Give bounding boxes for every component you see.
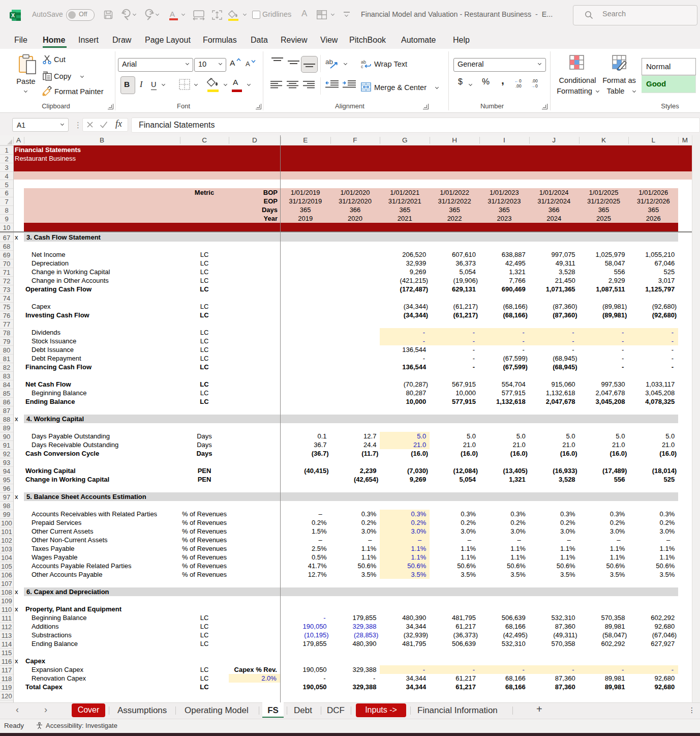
svg-text:ab: ab xyxy=(325,58,333,66)
svg-text:X: X xyxy=(11,12,15,18)
svg-text:c: c xyxy=(361,64,363,69)
